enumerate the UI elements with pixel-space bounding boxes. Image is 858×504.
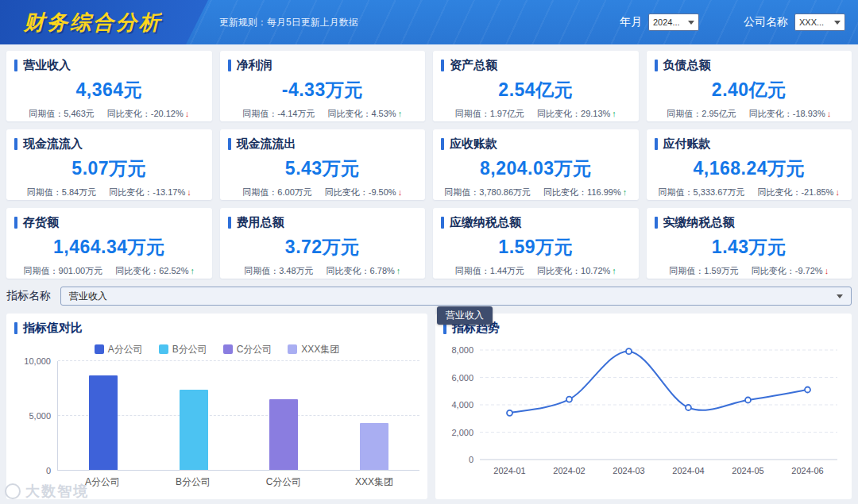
kpi-title-bar-icon — [228, 138, 231, 150]
bar-C分公司[interactable] — [269, 399, 298, 470]
kpi-card: 实缴纳税总额1.43万元同期值：1.59万元同比变化：-9.72%↓ — [647, 208, 852, 279]
data-point-2024-04[interactable] — [686, 405, 691, 410]
x-tick-label: XXX集团 — [329, 471, 419, 488]
header-controls: 年月 2024... 公司名称 XXX... — [620, 13, 858, 31]
kpi-title-bar-icon — [14, 138, 17, 150]
kpi-change: 同比变化：-21.85%↓ — [757, 187, 839, 198]
kpi-title: 应付账款 — [663, 137, 711, 152]
bar-legend: A分公司B分公司C分公司XXX集团 — [14, 344, 419, 355]
kpi-value: 4,168.24万元 — [655, 156, 844, 181]
line-chart: 02,0004,0006,0008,0002024-012024-022024-… — [443, 340, 844, 480]
bar-B分公司[interactable] — [180, 390, 208, 470]
gridline — [58, 360, 419, 361]
kpi-card: 营业收入4,364元同期值：5,463元同比变化：-20.12%↓ — [6, 51, 212, 121]
trend-down-icon: ↓ — [827, 109, 832, 118]
kpi-change: 同比变化：29.13%↑ — [537, 108, 616, 120]
bottom-panels: 指标值对比 A分公司B分公司C分公司XXX集团 05,00010,000 A分公… — [0, 314, 858, 499]
year-month-select[interactable]: 2024... — [648, 13, 699, 31]
kpi-previous-value: 同期值：5,463元 — [29, 108, 95, 120]
legend-item[interactable]: C分公司 — [223, 344, 272, 355]
kpi-title-bar-icon — [14, 60, 17, 71]
trend-line — [510, 352, 808, 414]
trend-down-icon: ↓ — [185, 109, 190, 118]
legend-label: C分公司 — [237, 343, 272, 356]
chevron-down-icon — [837, 294, 843, 298]
kpi-change: 同比变化：10.72%↑ — [537, 265, 616, 277]
company-name-label: 公司名称 — [744, 15, 788, 29]
kpi-previous-value: 同期值：3.48万元 — [244, 265, 313, 277]
kpi-title: 存货额 — [23, 215, 59, 230]
kpi-title-row: 净利润 — [228, 58, 418, 73]
kpi-previous-value: 同期值：1.97亿元 — [455, 108, 524, 120]
bar-A分公司[interactable] — [89, 375, 118, 470]
x-tick-label: 2024-04 — [672, 466, 704, 475]
data-point-2024-06[interactable] — [805, 387, 810, 393]
data-point-2024-01[interactable] — [507, 410, 512, 416]
compare-panel-title-text: 指标值对比 — [23, 321, 83, 336]
y-tick-label: 0 — [469, 455, 473, 464]
kpi-title-bar-icon — [441, 217, 444, 229]
legend-label: XXX集团 — [301, 343, 339, 356]
kpi-value: 1.59万元 — [441, 235, 631, 260]
legend-swatch — [95, 344, 104, 354]
trend-down-icon: ↓ — [398, 187, 403, 197]
data-point-2024-03[interactable] — [626, 348, 632, 354]
kpi-previous-value: 同期值：3,780.86万元 — [444, 187, 531, 198]
kpi-title-bar-icon — [14, 217, 17, 229]
legend-item[interactable]: B分公司 — [159, 344, 207, 355]
data-point-2024-02[interactable] — [566, 397, 572, 402]
kpi-title-row: 资产总额 — [441, 58, 631, 73]
kpi-previous-value: 同期值：901.00万元 — [24, 265, 103, 277]
kpi-change: 同比变化：-13.17%↓ — [109, 187, 191, 198]
kpi-card: 负债总额2.40亿元同期值：2.95亿元同比变化：-18.93%↓ — [647, 51, 852, 121]
kpi-card: 资产总额2.54亿元同期值：1.97亿元同比变化：29.13%↑ — [433, 51, 639, 121]
bar-XXX集团[interactable] — [360, 423, 388, 470]
kpi-value: 4,364元 — [14, 78, 204, 102]
legend-item[interactable]: A分公司 — [95, 344, 143, 355]
kpi-title: 现金流流入 — [23, 137, 83, 152]
kpi-card: 存货额1,464.34万元同期值：901.00万元同比变化：62.52%↑ — [6, 208, 212, 279]
trend-down-icon: ↓ — [187, 187, 191, 197]
legend-item[interactable]: XXX集团 — [288, 344, 339, 355]
chevron-down-icon — [834, 21, 841, 25]
kpi-footer: 同期值：5,463元同比变化：-20.12%↓ — [14, 108, 204, 120]
kpi-title: 净利润 — [237, 58, 272, 73]
trend-up-icon: ↑ — [190, 266, 195, 275]
bar-chart: 05,00010,000 A分公司B分公司C分公司XXX集团 — [14, 361, 419, 488]
data-point-2024-05[interactable] — [745, 398, 751, 403]
kpi-value: 5.07万元 — [14, 156, 204, 181]
year-month-select-value: 2024... — [653, 17, 680, 27]
legend-swatch — [159, 344, 168, 354]
kpi-change: 同比变化：-18.93%↓ — [749, 108, 831, 120]
title-bar-icon — [14, 322, 17, 334]
bar-plot — [57, 361, 419, 471]
kpi-title: 资产总额 — [450, 58, 497, 73]
kpi-title-row: 应收账款 — [441, 137, 631, 152]
kpi-value: 3.72万元 — [228, 235, 418, 260]
legend-swatch — [223, 344, 233, 354]
kpi-previous-value: 同期值：1.44万元 — [455, 265, 524, 277]
trend-up-icon: ↑ — [612, 266, 616, 275]
compare-panel: 指标值对比 A分公司B分公司C分公司XXX集团 05,00010,000 A分公… — [6, 314, 427, 499]
kpi-previous-value: 同期值：1.59万元 — [669, 265, 738, 277]
trend-down-icon: ↓ — [835, 187, 840, 197]
kpi-change: 同比变化：116.99%↑ — [543, 187, 627, 198]
indicator-select[interactable]: 营业收入 — [60, 287, 852, 306]
kpi-previous-value: 同期值：5,333.67万元 — [659, 187, 745, 198]
company-select[interactable]: XXX... — [794, 13, 845, 31]
kpi-title: 现金流流出 — [237, 137, 296, 152]
kpi-card: 现金流流出5.43万元同期值：6.00万元同比变化：-9.50%↓ — [220, 129, 426, 200]
kpi-title-row: 应付账款 — [655, 137, 844, 152]
kpi-title-row: 现金流流入 — [14, 137, 204, 152]
kpi-footer: 同期值：5.84万元同比变化：-13.17%↓ — [14, 187, 204, 198]
kpi-footer: 同期值：1.59万元同比变化：-9.72%↓ — [655, 265, 844, 277]
trend-down-icon: ↓ — [825, 266, 829, 275]
trend-up-icon: ↑ — [398, 109, 403, 118]
kpi-title: 负债总额 — [663, 58, 711, 73]
line-chart-wrap: 02,0004,0006,0008,0002024-012024-022024-… — [443, 340, 844, 483]
legend-label: B分公司 — [172, 343, 207, 356]
bar-plot-wrap: A分公司B分公司C分公司XXX集团 — [57, 361, 419, 488]
x-tick-label: 2024-01 — [493, 466, 525, 475]
kpi-previous-value: 同期值：5.84万元 — [27, 187, 96, 198]
kpi-grid: 营业收入4,364元同期值：5,463元同比变化：-20.12%↓净利润-4.3… — [0, 44, 858, 283]
